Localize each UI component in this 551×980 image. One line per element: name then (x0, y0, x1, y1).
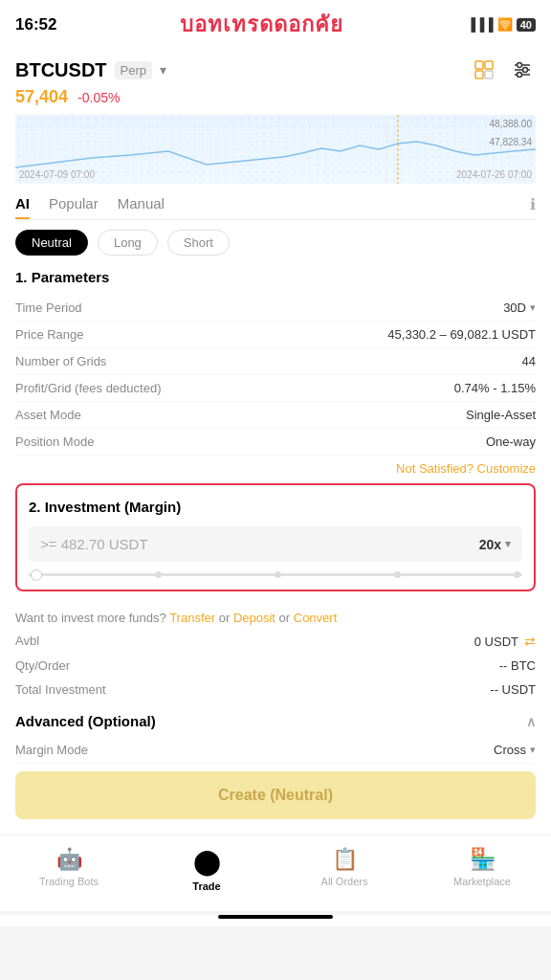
margin-dropdown-icon: ▾ (530, 744, 536, 756)
all-orders-icon: 📋 (332, 847, 358, 872)
status-bar: 16:52 บอทเทรดดอกคัย ▐▐▐ 🛜 40 (0, 0, 551, 45)
qty-value: -- BTC (499, 658, 536, 673)
margin-mode-value[interactable]: Cross ▾ (494, 743, 536, 757)
convert-link[interactable]: Convert (294, 611, 338, 625)
slider-track[interactable] (29, 573, 522, 576)
customize-link[interactable]: Not Satisfied? Customize (15, 456, 536, 483)
price-change: -0.05% (77, 90, 120, 105)
investment-input-row[interactable]: >= 482.70 USDT 20x ▾ (29, 526, 522, 562)
param-position-mode-value: One-way (486, 434, 536, 449)
strategy-tabs: AI Popular Manual ℹ (15, 191, 536, 220)
header-row: BTCUSDT Perp ▾ (15, 45, 536, 87)
nav-all-orders-label: All Orders (321, 876, 368, 887)
battery-indicator: 40 (517, 18, 536, 32)
chart-label-end: 2024-07-26 07:00 (456, 169, 532, 180)
dropdown-icon: ▾ (530, 301, 536, 314)
svg-point-8 (523, 68, 528, 73)
main-content: BTCUSDT Perp ▾ (0, 45, 551, 835)
stat-avbl: Avbl 0 USDT ⇄ (15, 629, 536, 654)
svg-point-7 (518, 63, 522, 68)
nav-trade-label: Trade (192, 880, 220, 892)
qty-label: Qty/Order (15, 658, 70, 673)
slider-tick-5 (514, 571, 520, 578)
create-button[interactable]: Create (Neutral) (15, 771, 536, 819)
leverage-dropdown-icon: ▾ (505, 538, 511, 550)
leverage-selector[interactable]: 20x ▾ (479, 537, 511, 552)
nav-trading-bots[interactable]: 🤖 Trading Bots (0, 843, 138, 896)
param-position-mode: Position Mode One-way (15, 429, 536, 456)
nav-trade[interactable]: ⬤ Trade (138, 843, 276, 896)
chip-long[interactable]: Long (98, 230, 158, 256)
investment-slider[interactable] (29, 573, 522, 576)
tab-popular[interactable]: Popular (49, 195, 99, 219)
price-value: 57,404 (15, 87, 68, 107)
price-chart: 2024-07-09 07:00 2024-07-26 07:00 48,388… (15, 115, 536, 184)
chart-price-high: 48,388.00 (490, 119, 533, 129)
slider-thumb[interactable] (31, 569, 42, 581)
param-asset-mode-value: Single-Asset (466, 408, 536, 422)
price-row: 57,404 -0.05% (15, 87, 536, 115)
active-dot (204, 843, 209, 849)
param-price-range-value: 45,330.2 – 69,082.1 USDT (387, 327, 536, 342)
stat-total: Total Investment -- USDT (15, 678, 536, 702)
chip-neutral[interactable]: Neutral (15, 230, 88, 256)
dropdown-arrow-icon[interactable]: ▾ (160, 62, 166, 78)
chart-price-low: 47,828.34 (490, 137, 533, 147)
param-time-period: Time Period 30D ▾ (15, 295, 536, 322)
svg-rect-3 (485, 71, 493, 78)
nav-marketplace[interactable]: 🏪 Marketplace (413, 843, 551, 896)
advanced-chevron-icon: ∧ (526, 714, 536, 729)
stat-qty: Qty/Order -- BTC (15, 654, 536, 678)
or-text-1: or (219, 611, 233, 625)
chart-date-labels: 2024-07-09 07:00 2024-07-26 07:00 (15, 167, 536, 182)
param-position-mode-label: Position Mode (15, 434, 94, 449)
bottom-nav: 🤖 Trading Bots ⬤ Trade 📋 All Orders 🏪 Ma… (0, 835, 551, 911)
transfer-link[interactable]: Transfer (169, 611, 215, 625)
settings-icon[interactable] (509, 56, 536, 83)
param-time-period-label: Time Period (15, 301, 82, 315)
svg-rect-2 (475, 71, 483, 78)
slider-tick-4 (394, 571, 401, 578)
chip-short[interactable]: Short (167, 230, 230, 256)
tab-manual[interactable]: Manual (118, 195, 165, 219)
or-text-2: or (279, 611, 294, 625)
wifi-icon: 🛜 (497, 17, 513, 32)
nav-marketplace-label: Marketplace (453, 876, 511, 887)
trading-bots-icon: 🤖 (56, 847, 82, 872)
total-value: -- USDT (490, 682, 536, 697)
svg-rect-1 (485, 61, 493, 69)
pair-type: Perp (115, 61, 152, 79)
deposit-link[interactable]: Deposit (233, 611, 276, 625)
slider-tick-3 (275, 571, 281, 578)
svg-point-9 (518, 73, 522, 78)
param-margin-mode: Margin Mode Cross ▾ (15, 737, 536, 764)
tab-ai[interactable]: AI (15, 195, 30, 219)
slider-tick-2 (155, 571, 162, 578)
investment-amount-input[interactable]: >= 482.70 USDT (40, 536, 148, 552)
param-price-range-label: Price Range (15, 327, 84, 342)
nav-all-orders[interactable]: 📋 All Orders (276, 843, 413, 896)
leverage-value: 20x (479, 537, 501, 552)
advanced-section[interactable]: Advanced (Optional) ∧ (15, 702, 536, 737)
investment-heading: 2. Investment (Margin) (29, 499, 522, 515)
param-time-period-value[interactable]: 30D ▾ (503, 301, 536, 315)
margin-mode-label: Margin Mode (15, 743, 88, 757)
trade-icon: ⬤ (193, 847, 221, 877)
total-label: Total Investment (15, 682, 106, 697)
refresh-icon[interactable]: ⇄ (524, 634, 536, 649)
svg-rect-0 (475, 61, 483, 69)
avbl-value: 0 USDT (474, 635, 518, 649)
investment-section: 2. Investment (Margin) >= 482.70 USDT 20… (15, 483, 536, 591)
status-time: 16:52 (15, 15, 56, 34)
home-indicator (218, 915, 333, 919)
transfer-prompt: Want to invest more funds? (15, 611, 166, 625)
param-num-grids: Number of Grids 44 (15, 348, 536, 375)
info-icon[interactable]: ℹ (530, 195, 536, 219)
transfer-row: Want to invest more funds? Transfer or D… (15, 603, 536, 629)
share-icon[interactable] (471, 56, 497, 83)
nav-trading-bots-label: Trading Bots (39, 876, 99, 887)
pair-name: BTCUSDT (15, 59, 107, 81)
param-asset-mode-label: Asset Mode (15, 408, 81, 422)
pair-info: BTCUSDT Perp ▾ (15, 59, 166, 81)
param-profit-grid-label: Profit/Grid (fees deducted) (15, 381, 161, 395)
